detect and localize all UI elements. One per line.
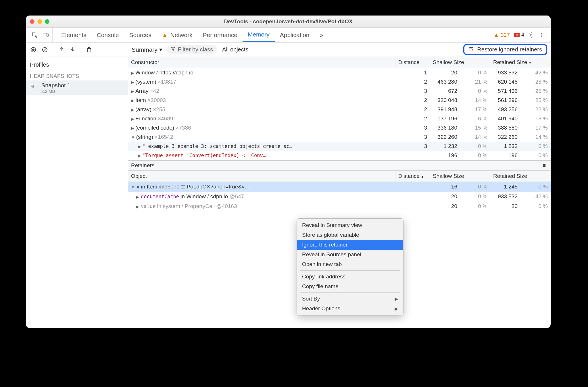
table-row[interactable]: ▼(string) ×165423322 26014 %322 26014 % [128, 132, 551, 142]
menu-header-options[interactable]: Header Options▶ [297, 304, 403, 313]
memory-toolbar: Summary▾ Filter by class All objects Res… [26, 43, 551, 57]
col-object[interactable]: Object [128, 171, 395, 182]
restore-icon [468, 46, 474, 53]
menu-store-global[interactable]: Store as global variable [297, 230, 403, 240]
tab-performance[interactable]: Performance [198, 28, 243, 42]
retainers-header-row: Object Distance Shallow Size Retained Si… [128, 171, 551, 182]
retainer-row[interactable]: ▶value in system / PropertyCell @4016320… [128, 201, 551, 211]
col-shallow[interactable]: Shallow Size [430, 57, 490, 68]
clear-icon[interactable] [41, 46, 48, 53]
col-distance-ret[interactable]: Distance [395, 171, 430, 182]
retainer-row[interactable]: ▶documentCache in Window / cdpn.io @6472… [128, 192, 551, 201]
inspect-icon[interactable] [32, 32, 38, 38]
table-row[interactable]: ▶" example 3 example 3: scattered object… [128, 142, 551, 151]
filter-input[interactable]: Filter by class [166, 45, 217, 54]
menu-copy-file[interactable]: Copy file name [297, 282, 403, 291]
retainers-heading: Retainers ≡ [128, 161, 551, 171]
table-row[interactable]: ▶(compiled code) ×73863336 18015 %388 58… [128, 123, 551, 132]
svg-rect-2 [47, 34, 49, 36]
menu-open-tab[interactable]: Open in new tab [297, 259, 403, 269]
col-distance[interactable]: Distance [395, 57, 430, 68]
retainer-row[interactable]: ▼x in Item @38071 PoLdbOX?anon=true&v…16… [128, 182, 551, 192]
table-row[interactable]: ▶(system) ×138172463 28021 %620 14828 % [128, 77, 551, 86]
svg-point-3 [531, 34, 532, 36]
tab-elements[interactable]: Elements [56, 28, 92, 42]
svg-point-4 [541, 32, 542, 34]
snapshot-name: Snapshot 1 [41, 82, 70, 89]
menu-copy-link[interactable]: Copy link address [297, 272, 403, 282]
object-list: ▶Window / https://cdpn.io 1200 %933 5324… [128, 68, 551, 161]
svg-point-6 [541, 36, 542, 37]
context-menu: Reveal in Summary view Store as global v… [297, 218, 403, 315]
record-icon[interactable] [30, 46, 37, 53]
table-row[interactable]: ▶Window / https://cdpn.io 1200 %933 5324… [128, 68, 551, 77]
heap-snapshots-label: HEAP SNAPSHOTS [26, 70, 128, 80]
svg-line-10 [43, 48, 47, 51]
svg-point-8 [32, 49, 34, 51]
table-row[interactable]: ▶Item ×200032320 04814 %561 29625 % [128, 96, 551, 105]
col-retained[interactable]: Retained Size [490, 57, 551, 68]
filter-icon [170, 46, 176, 53]
snapshot-size: 2.2 MB [41, 89, 70, 94]
table-row[interactable]: ▶Function ×46892137 1966 %401 94018 % [128, 114, 551, 123]
profiles-heading: Profiles [26, 60, 128, 70]
table-row[interactable]: ▶"Torque assert 'Convert(endIndex) <= Co… [128, 151, 551, 160]
table-row[interactable]: ▶Array ×4236720 %571 43625 % [128, 86, 551, 96]
devtools-window: DevTools - codepen.io/web-dot-dev/live/P… [26, 16, 551, 328]
warning-icon: ▲ [162, 32, 168, 38]
all-objects-select[interactable]: All objects [222, 46, 248, 53]
tab-sources[interactable]: Sources [124, 28, 157, 42]
col-shallow-ret[interactable]: Shallow Size [430, 171, 490, 182]
tab-console[interactable]: Console [92, 28, 124, 42]
view-select[interactable]: Summary▾ [132, 46, 162, 53]
col-constructor[interactable]: Constructor [128, 57, 395, 68]
tab-more[interactable]: » [314, 28, 328, 42]
svg-rect-1 [43, 33, 47, 36]
warnings-count[interactable]: ▲327 [493, 32, 510, 38]
restore-ignored-button[interactable]: Restore ignored retainers [463, 44, 547, 55]
panel-tabs: Elements Console Sources ▲ Network Perfo… [26, 28, 551, 43]
menu-reveal-sources[interactable]: Reveal in Sources panel [297, 250, 403, 259]
svg-point-5 [541, 34, 542, 36]
sidebar: Profiles HEAP SNAPSHOTS Snapshot 1 2.2 M… [26, 57, 128, 328]
menu-ignore-retainer[interactable]: Ignore this retainer [297, 240, 403, 250]
retainers-list: ▼x in Item @38071 PoLdbOX?anon=true&v…16… [128, 182, 551, 211]
menu-sort-by[interactable]: Sort By▶ [297, 294, 403, 304]
kebab-icon[interactable] [539, 32, 545, 38]
tab-memory[interactable]: Memory [243, 28, 275, 42]
download-icon[interactable] [69, 46, 76, 53]
settings-icon[interactable] [528, 32, 535, 38]
constructor-header-row: Constructor Distance Shallow Size Retain… [128, 57, 551, 68]
upload-icon[interactable] [58, 46, 65, 53]
window-title: DevTools - codepen.io/web-dot-dev/live/P… [26, 18, 551, 25]
hamburger-icon[interactable]: ≡ [543, 162, 548, 169]
snapshot-icon [30, 84, 37, 92]
device-icon[interactable] [43, 32, 49, 38]
table-row[interactable]: ▶(array) ×2552391 94817 %493 25622 % [128, 105, 551, 114]
tab-network[interactable]: ▲ Network [157, 28, 198, 42]
col-retained-ret[interactable]: Retained Size [490, 171, 551, 182]
tab-application[interactable]: Application [275, 28, 315, 42]
errors-count[interactable]: ✕4 [514, 32, 524, 38]
menu-reveal-summary[interactable]: Reveal in Summary view [297, 220, 403, 230]
snapshot-item[interactable]: Snapshot 1 2.2 MB [26, 80, 128, 95]
titlebar: DevTools - codepen.io/web-dot-dev/live/P… [26, 16, 551, 28]
gc-icon[interactable] [86, 46, 93, 53]
